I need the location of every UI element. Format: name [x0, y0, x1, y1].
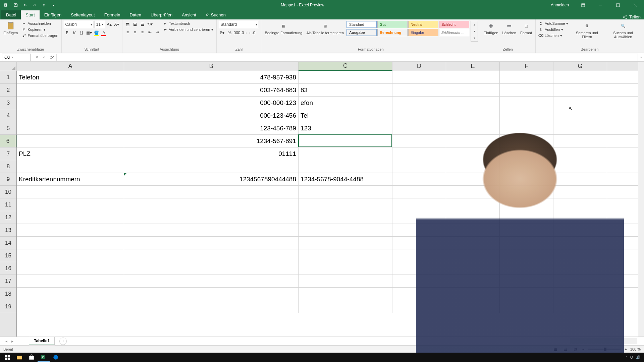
column-header[interactable]: E — [446, 62, 500, 71]
cell[interactable] — [553, 186, 607, 198]
paste-button[interactable]: Einfügen — [2, 21, 19, 36]
cell[interactable]: 000-000-123 — [124, 97, 299, 109]
row-header[interactable]: 10 — [0, 186, 16, 198]
cell[interactable] — [500, 122, 553, 134]
tab-ueberpruefen[interactable]: Überprüfen — [146, 10, 177, 19]
styles-scroll-down-icon[interactable]: ▾ — [471, 28, 478, 35]
fill-button[interactable]: ⬇Ausfüllen ▾ — [538, 27, 570, 32]
cell[interactable] — [446, 237, 500, 249]
row-header[interactable]: 5 — [0, 122, 16, 135]
format-cells-button[interactable]: ▢Format — [519, 21, 533, 36]
name-box[interactable]: C6▾ — [2, 54, 31, 61]
cell[interactable] — [553, 173, 607, 185]
copy-button[interactable]: ⎘Kopieren ▾ — [20, 27, 59, 32]
cell[interactable] — [553, 237, 607, 249]
row-header[interactable]: 13 — [0, 224, 16, 237]
sheet-nav-next-icon[interactable]: ▸ — [9, 339, 15, 344]
sheet-tab-tabelle1[interactable]: Tabelle1 — [29, 337, 55, 345]
cell[interactable] — [392, 97, 446, 109]
cell[interactable] — [446, 262, 500, 275]
cell[interactable] — [392, 71, 446, 83]
wrap-text-button[interactable]: ↵Textumbruch — [162, 21, 215, 26]
fx-icon[interactable]: fx — [50, 55, 54, 60]
cell[interactable] — [553, 300, 607, 313]
cell[interactable] — [17, 160, 124, 173]
row-header[interactable]: 18 — [0, 288, 16, 300]
tab-daten[interactable]: Daten — [125, 10, 146, 19]
row-header[interactable]: 11 — [0, 198, 16, 211]
cell[interactable]: 000-123-456 — [124, 109, 299, 122]
cell[interactable] — [500, 224, 553, 236]
cell-style-berechnung[interactable]: Berechnung — [377, 29, 408, 36]
cell[interactable] — [553, 288, 607, 300]
cell[interactable] — [500, 84, 553, 96]
cell[interactable] — [500, 275, 553, 287]
cell[interactable] — [446, 300, 500, 313]
cell[interactable] — [299, 71, 392, 83]
cell[interactable] — [446, 224, 500, 236]
zoom-slider[interactable] — [588, 349, 621, 350]
cancel-formula-icon[interactable]: ✕ — [34, 54, 40, 61]
bold-button[interactable]: F — [64, 29, 70, 36]
formula-input[interactable] — [56, 54, 638, 61]
cell[interactable] — [446, 186, 500, 198]
cell[interactable] — [446, 97, 500, 109]
cell[interactable] — [553, 275, 607, 287]
underline-button[interactable]: U — [78, 29, 85, 36]
cell[interactable] — [392, 262, 446, 275]
view-normal-icon[interactable]: ▦ — [552, 346, 559, 353]
align-center-icon[interactable]: ≡ — [132, 29, 139, 36]
cell-style-schlecht[interactable]: Schlecht — [439, 21, 469, 28]
format-as-table-button[interactable]: ▦Als Tabelle formatieren — [305, 21, 345, 36]
cell[interactable] — [17, 198, 124, 211]
cell[interactable]: PLZ — [17, 147, 124, 160]
decrease-decimal-icon[interactable]: ←.0 — [248, 29, 255, 36]
insert-cells-button[interactable]: ➕Einfügen — [482, 21, 499, 36]
cell[interactable] — [392, 300, 446, 313]
font-color-button[interactable]: A — [101, 29, 107, 36]
cell[interactable] — [446, 288, 500, 300]
cell[interactable] — [392, 173, 446, 185]
taskbar-excel-icon[interactable]: X — [38, 353, 50, 362]
cell[interactable] — [299, 135, 392, 147]
autosum-button[interactable]: ΣAutoSumme ▾ — [538, 21, 570, 26]
cell[interactable] — [446, 211, 500, 224]
tab-formeln[interactable]: Formeln — [100, 10, 125, 19]
format-painter-button[interactable]: 🖌Format übertragen — [20, 33, 59, 38]
cell[interactable]: 83 — [299, 84, 392, 96]
cell[interactable]: 1234567890444488 — [124, 173, 299, 185]
delete-cells-button[interactable]: ➖Löschen — [501, 21, 518, 36]
cell[interactable] — [500, 97, 553, 109]
conditional-formatting-button[interactable]: ▦Bedingte Formatierung — [263, 21, 304, 36]
cell[interactable] — [500, 109, 553, 122]
cell[interactable]: efon — [299, 97, 392, 109]
find-select-button[interactable]: 🔍Suchen und Auswählen — [604, 21, 642, 40]
font-name-select[interactable]: Calibri▾ — [64, 21, 94, 28]
cell[interactable] — [500, 237, 553, 249]
cell[interactable] — [299, 147, 392, 160]
cell[interactable] — [446, 135, 500, 147]
cell[interactable] — [553, 71, 607, 83]
signin-link[interactable]: Anmelden — [547, 3, 572, 7]
column-header[interactable]: F — [500, 62, 553, 71]
taskbar-edge-icon[interactable] — [50, 353, 62, 362]
cell[interactable] — [500, 71, 553, 83]
select-all-corner[interactable] — [0, 62, 17, 71]
cell[interactable]: Kreditkartennummern — [17, 173, 124, 185]
cell[interactable] — [299, 275, 392, 287]
font-size-select[interactable]: 11▾ — [95, 21, 105, 28]
cell[interactable] — [553, 224, 607, 236]
cell[interactable] — [392, 122, 446, 134]
column-header[interactable]: C — [299, 62, 392, 71]
tray-network-icon[interactable]: ⚆ — [630, 355, 633, 360]
tray-chevron-icon[interactable]: ^ — [626, 355, 627, 359]
cell[interactable] — [500, 198, 553, 211]
align-bottom-icon[interactable]: ⬓ — [139, 21, 146, 27]
cell[interactable] — [392, 186, 446, 198]
cell[interactable] — [446, 198, 500, 211]
error-indicator-icon[interactable] — [124, 173, 127, 176]
minimize-icon[interactable] — [594, 0, 607, 10]
cell[interactable] — [17, 186, 124, 198]
tab-suchen[interactable]: Suchen — [201, 10, 230, 19]
cell[interactable] — [17, 288, 124, 300]
